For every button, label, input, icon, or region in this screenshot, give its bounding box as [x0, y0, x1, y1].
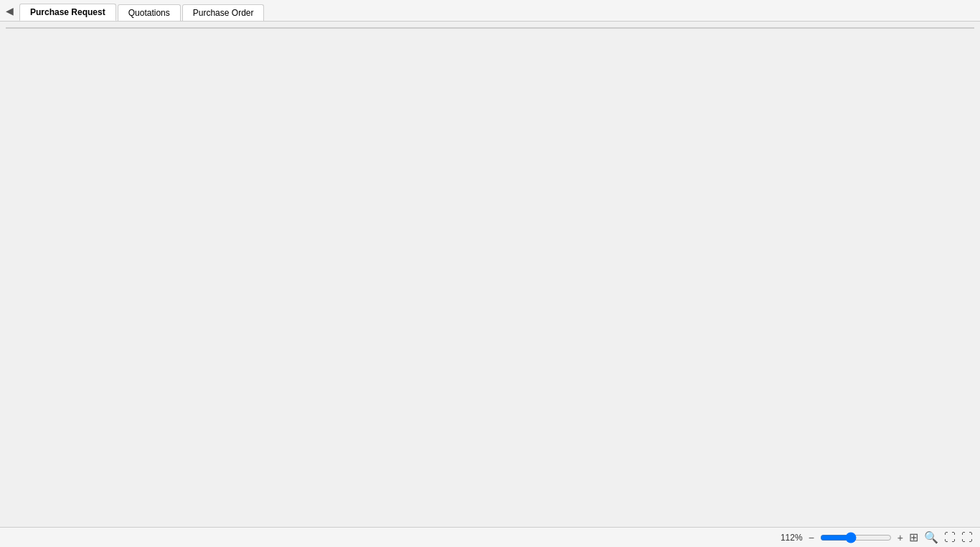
bpmn-canvas[interactable]: Purchases Applicant Boss Purchasing Depa…: [6, 27, 974, 29]
titlebar: ◀ Purchase Request Quotations Purchase O…: [0, 0, 980, 22]
tab-purchase-request[interactable]: Purchase Request: [19, 4, 116, 21]
tab-purchase-order[interactable]: Purchase Order: [182, 4, 265, 21]
back-button[interactable]: ◀: [6, 5, 14, 17]
tab-bar: Purchase Request Quotations Purchase Ord…: [19, 0, 265, 21]
tab-quotations[interactable]: Quotations: [118, 4, 181, 21]
